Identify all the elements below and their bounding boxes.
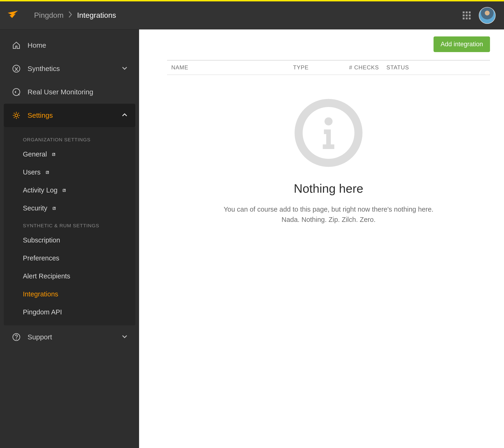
- sidebar-item-settings[interactable]: Settings: [4, 104, 135, 127]
- empty-state: Nothing here You can of course add to th…: [167, 75, 490, 225]
- breadcrumb-current: Integrations: [77, 11, 116, 19]
- subnav-group-label: SYNTHETIC & RUM SETTINGS: [4, 217, 135, 231]
- help-icon: [12, 332, 21, 342]
- sidebar-item-support[interactable]: Support: [4, 325, 135, 349]
- empty-state-line1: You can of course add to this page, but …: [224, 204, 433, 215]
- column-header-checks[interactable]: # CHECKS: [349, 64, 386, 71]
- subnav-item-label: Subscription: [23, 236, 60, 244]
- sidebar-item-synthetics[interactable]: Synthetics: [4, 57, 135, 80]
- chevron-down-icon: [122, 333, 127, 341]
- empty-state-line2: Nada. Nothing. Zip. Zilch. Zero.: [224, 215, 433, 225]
- subnav-item-label: Activity Log: [23, 186, 57, 194]
- svg-point-4: [16, 338, 17, 339]
- breadcrumb-parent[interactable]: Pingdom: [34, 11, 63, 19]
- chevron-down-icon: [122, 65, 127, 73]
- sidebar-item-label: Home: [28, 41, 127, 49]
- sidebar: Home Synthetics Real User Monitoring: [0, 29, 139, 448]
- main-content: Add integration NAME TYPE # CHECKS STATU…: [139, 29, 504, 448]
- apps-grid-icon[interactable]: [462, 11, 471, 20]
- svg-point-2: [15, 114, 18, 117]
- svg-point-6: [324, 117, 333, 125]
- toolbar: Add integration: [167, 37, 490, 60]
- sidebar-item-label: Real User Monitoring: [28, 88, 127, 96]
- subnav-item-label: Integrations: [23, 290, 58, 298]
- subnav-item-activity-log[interactable]: Activity Log: [4, 181, 135, 199]
- subnav-item-label: Preferences: [23, 254, 59, 262]
- gear-icon: [12, 111, 21, 120]
- sidebar-item-home[interactable]: Home: [4, 34, 135, 57]
- empty-state-title: Nothing here: [294, 181, 363, 195]
- brand-logo-icon[interactable]: [7, 10, 19, 21]
- subnav-item-pingdom-api[interactable]: Pingdom API: [4, 303, 135, 321]
- external-link-icon: [51, 152, 56, 157]
- sidebar-item-label: Settings: [28, 111, 115, 119]
- subnav-item-subscription[interactable]: Subscription: [4, 231, 135, 249]
- info-icon: [294, 98, 363, 167]
- header-right: [462, 7, 497, 24]
- rum-icon: [12, 87, 21, 97]
- sidebar-item-rum[interactable]: Real User Monitoring: [4, 80, 135, 104]
- app-header: Pingdom Integrations: [0, 1, 504, 29]
- header-left: Pingdom Integrations: [7, 10, 116, 21]
- subnav-item-preferences[interactable]: Preferences: [4, 249, 135, 267]
- subnav-item-label: Pingdom API: [23, 308, 62, 316]
- chevron-right-icon: [68, 11, 72, 19]
- synthetics-icon: [12, 64, 21, 73]
- sidebar-item-label: Support: [28, 333, 115, 341]
- subnav-group-label: ORGANIZATION SETTINGS: [4, 131, 135, 145]
- subnav-item-label: General: [23, 150, 47, 158]
- subnav-item-security[interactable]: Security: [4, 199, 135, 217]
- table-header: NAME TYPE # CHECKS STATUS: [167, 60, 490, 75]
- subnav-item-general[interactable]: General: [4, 145, 135, 163]
- subnav-item-label: Alert Recipients: [23, 272, 70, 280]
- subnav-item-alert-recipients[interactable]: Alert Recipients: [4, 267, 135, 285]
- subnav-item-label: Users: [23, 168, 41, 176]
- home-icon: [12, 41, 21, 50]
- svg-point-0: [13, 65, 20, 72]
- column-header-status[interactable]: STATUS: [386, 64, 428, 71]
- breadcrumb: Pingdom Integrations: [34, 11, 116, 19]
- settings-subnav: ORGANIZATION SETTINGS General Users Acti…: [4, 127, 135, 325]
- subnav-item-label: Security: [23, 204, 47, 212]
- column-header-name[interactable]: NAME: [167, 64, 293, 71]
- subnav-item-integrations[interactable]: Integrations: [4, 285, 135, 303]
- external-link-icon: [52, 206, 57, 211]
- empty-state-text: You can of course add to this page, but …: [224, 204, 433, 225]
- user-avatar[interactable]: [479, 7, 496, 24]
- chevron-up-icon: [122, 111, 127, 119]
- subnav-item-users[interactable]: Users: [4, 163, 135, 181]
- column-header-type[interactable]: TYPE: [293, 64, 349, 71]
- add-integration-button[interactable]: Add integration: [433, 37, 490, 52]
- external-link-icon: [45, 170, 50, 175]
- sidebar-item-label: Synthetics: [28, 65, 115, 73]
- external-link-icon: [62, 188, 67, 193]
